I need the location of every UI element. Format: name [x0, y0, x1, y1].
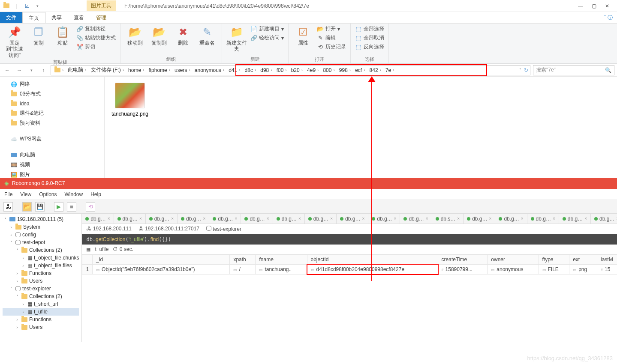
breadcrumb-segment[interactable]: home › — [126, 66, 146, 74]
tree-functions-1[interactable]: › Functions — [3, 269, 79, 277]
tree-collections-2[interactable]: ˅ Collections (2) — [3, 292, 79, 300]
easy-access-button[interactable]: 🔗轻松访问 ▾ — [250, 34, 284, 42]
cell-objectid[interactable]: ▭d41d8cd98f00b204e9800998ecf8427e — [307, 265, 438, 274]
properties-button[interactable]: ☑属性 — [293, 25, 313, 46]
sidebar-item[interactable]: 🌐网络 — [0, 79, 104, 89]
editor-tab[interactable]: db.g… × — [241, 214, 273, 224]
nav-recent-button[interactable]: ▾ — [27, 66, 36, 75]
menu-item[interactable]: Help — [90, 191, 101, 197]
invert-select-button[interactable]: ⬚反向选择 — [355, 43, 384, 51]
breadcrumb-segment[interactable]: ecf › — [353, 66, 367, 74]
tree-test-explorer[interactable]: ˅ test-explorer — [3, 285, 79, 292]
file-item[interactable]: tanchuang2.png — [111, 83, 149, 117]
breadcrumb-segment[interactable]: 800 › — [321, 66, 336, 74]
refresh-icon[interactable]: ↻ — [524, 67, 528, 73]
tree-users-2[interactable]: › Users — [3, 323, 79, 331]
breadcrumb-segment[interactable]: users › — [173, 66, 192, 74]
sidebar-item[interactable]: 03分布式 — [0, 89, 104, 99]
table-row[interactable]: 1 ▭ObjectId("5eb76f9b602cad7a39d31b0e") … — [82, 265, 617, 274]
breadcrumb-segment[interactable]: f00 › — [275, 66, 289, 74]
column-header[interactable]: xpath — [230, 255, 256, 265]
sidebar-item[interactable]: 🎞️视频 — [0, 160, 104, 170]
move-to-button[interactable]: 📂移动到 — [125, 25, 145, 46]
history-button[interactable]: ⟲历史记录 — [317, 43, 346, 51]
query-editor[interactable]: db.getCollection('t_ufile').find({}) — [82, 234, 617, 245]
breadcrumb-bar[interactable]: › 此电脑 ›文件储存 (F:) ›home ›ftphome ›users ›… — [51, 65, 530, 75]
tab-share[interactable]: 共享 — [45, 12, 68, 23]
sidebar-item[interactable]: 🖼️图片 — [0, 170, 104, 178]
cell-owner[interactable]: ▭anonymous — [488, 265, 539, 274]
editor-tab[interactable]: db.s… × — [432, 214, 464, 224]
editor-tab[interactable]: db.g… × — [82, 214, 114, 224]
sidebar-item[interactable]: idea — [0, 99, 104, 108]
nav-forward-button[interactable]: → — [15, 66, 24, 75]
breadcrumb-segment[interactable]: d8c › — [243, 66, 258, 74]
breadcrumb-segment[interactable]: d41 › — [227, 66, 242, 74]
breadcrumb-dropdown-icon[interactable]: ˅ — [519, 68, 521, 72]
editor-tab[interactable]: db.g… × — [209, 214, 241, 224]
open-file-button[interactable]: 📂 — [22, 202, 32, 212]
cell-ext[interactable]: ▭png — [569, 265, 597, 274]
tab-home[interactable]: 主页 — [22, 12, 45, 23]
nav-up-button[interactable]: ↑ — [39, 66, 48, 75]
editor-tab[interactable]: db.g… × — [527, 214, 559, 224]
tree-files[interactable]: ›▦ t_object_file.files — [3, 262, 79, 269]
sidebar-item[interactable]: 课件&笔记 — [0, 108, 104, 118]
menu-item[interactable]: Window — [65, 191, 83, 197]
editor-tab[interactable]: db.g… × — [495, 214, 527, 224]
tree-server[interactable]: ˅ 192.168.200.111 (5) — [3, 215, 79, 223]
editor-tab[interactable]: db.g… × — [464, 214, 495, 224]
cell-createtime[interactable]: #15890799... — [438, 265, 488, 274]
column-header[interactable]: createTime — [438, 255, 488, 265]
breadcrumb-segment[interactable]: 998 › — [337, 66, 352, 74]
editor-tab[interactable]: db.g… × — [146, 214, 178, 224]
column-header[interactable]: fname — [256, 255, 307, 265]
tree-system[interactable]: › System — [3, 223, 79, 231]
cell-ftype[interactable]: ▭FILE — [539, 265, 569, 274]
maximize-button[interactable]: ▢ — [592, 3, 596, 9]
editor-tab[interactable]: db.g… × — [114, 214, 146, 224]
tree-test-depot[interactable]: ˅ test-depot — [3, 239, 79, 246]
editor-tab[interactable]: db.g… × — [368, 214, 400, 224]
breadcrumb-segment[interactable]: 文件储存 (F:) › — [89, 66, 126, 75]
rotate-button[interactable]: ⟲ — [86, 202, 95, 212]
copy-path-button[interactable]: 🔗复制路径 — [76, 25, 116, 33]
open-button[interactable]: 📂打开 ▾ — [317, 25, 346, 33]
pin-button[interactable]: 📌固定到"快速访问" — [4, 25, 25, 58]
help-icon[interactable]: ˄ ⓘ — [604, 14, 613, 21]
tree-collections-1[interactable]: ˅ Collections (2) — [3, 246, 79, 254]
search-icon[interactable]: 🔍 — [605, 67, 611, 73]
tree-config[interactable]: › config — [3, 231, 79, 239]
tab-file[interactable]: 文件 — [0, 12, 22, 23]
editor-tab[interactable]: db.g… × — [591, 214, 617, 224]
new-folder-button[interactable]: 📁新建文件夹 — [226, 25, 247, 52]
cell-id[interactable]: ▭ObjectId("5eb76f9b602cad7a39d31b0e") — [93, 265, 230, 274]
editor-tab[interactable]: db.g… × — [178, 214, 209, 224]
cell-xpath[interactable]: ▭/ — [230, 265, 256, 274]
minimize-button[interactable]: — — [578, 3, 583, 9]
tab-view[interactable]: 查看 — [68, 12, 90, 23]
tree-users-1[interactable]: › Users — [3, 277, 79, 285]
column-header[interactable]: ext — [569, 255, 597, 265]
editor-tab[interactable]: db.g… × — [400, 214, 432, 224]
edit-button[interactable]: ✎编辑 — [317, 34, 346, 42]
select-none-button[interactable]: ⬚全部取消 — [355, 34, 384, 42]
column-header[interactable]: objectId — [307, 255, 438, 265]
qat-checkbox-icon[interactable]: ☑ — [22, 1, 32, 11]
folder-icon[interactable] — [2, 1, 11, 11]
sidebar-item[interactable]: 此电脑 — [0, 150, 104, 160]
breadcrumb-segment[interactable]: anonymous › — [193, 66, 226, 74]
rename-button[interactable]: ✎重命名 — [197, 25, 217, 46]
sidebar-item[interactable]: ☁️WPS网盘 — [0, 134, 104, 144]
column-header[interactable]: ftype — [539, 255, 569, 265]
editor-tab[interactable]: db.g… × — [305, 214, 337, 224]
tree-ufile[interactable]: ›▦ t_ufile — [3, 308, 79, 316]
nav-back-button[interactable]: ← — [3, 66, 12, 75]
breadcrumb-root-icon[interactable]: › — [53, 67, 65, 73]
copy-to-button[interactable]: 📂复制到 — [149, 25, 169, 46]
breadcrumb-segment[interactable]: b20 › — [289, 66, 304, 74]
tree-chunks[interactable]: ›▦ t_object_file.chunks — [3, 254, 79, 262]
menu-item[interactable]: File — [4, 191, 12, 197]
column-header[interactable]: owner — [488, 255, 539, 265]
execute-button[interactable]: ▶ — [54, 202, 63, 212]
